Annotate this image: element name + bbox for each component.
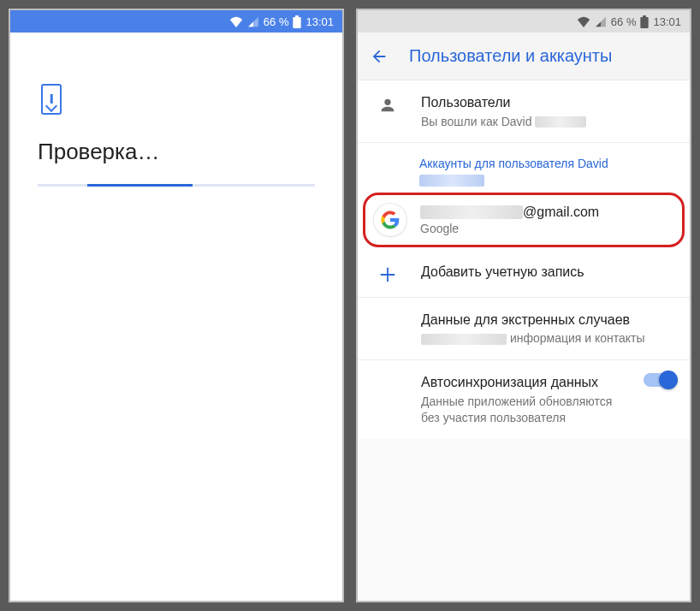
verify-title: Проверка…	[38, 139, 315, 165]
device-download-icon	[41, 84, 62, 115]
cellular-icon	[247, 16, 259, 27]
wifi-icon	[229, 16, 243, 27]
users-title: Пользователи	[421, 93, 676, 112]
autosync-title: Автосинхронизация данных	[421, 373, 613, 392]
battery-percent: 66 %	[264, 15, 289, 28]
person-icon	[373, 93, 402, 115]
back-arrow-icon[interactable]	[370, 47, 389, 66]
add-account-row[interactable]: Добавить учетную запись	[358, 250, 690, 298]
clock: 13:01	[306, 15, 334, 28]
redacted-email-local	[420, 205, 523, 219]
settings-list: Пользователи Вы вошли как David Аккаунты…	[358, 80, 690, 601]
users-subtitle: Вы вошли как David	[421, 114, 676, 130]
redacted-name	[535, 116, 586, 128]
add-account-label: Добавить учетную запись	[421, 263, 676, 282]
spacer-icon	[373, 373, 402, 376]
spacer-icon	[373, 311, 402, 313]
redacted-text	[421, 334, 507, 345]
users-row[interactable]: Пользователи Вы вошли как David	[358, 80, 690, 143]
account-row-highlight: @gmail.com Google	[358, 190, 690, 250]
progress-indicator	[87, 184, 193, 187]
battery-icon	[640, 15, 649, 28]
status-bar: 66 % 13:01	[10, 10, 342, 33]
phone-left: 66 % 13:01 Проверка…	[9, 9, 344, 602]
account-provider: Google	[420, 222, 672, 235]
clock: 13:01	[653, 15, 681, 28]
wifi-icon	[577, 16, 590, 27]
autosync-subtitle: Данные приложений обновляются без участи…	[421, 394, 613, 426]
google-account-row[interactable]: @gmail.com Google	[363, 193, 685, 247]
emergency-subtitle: информация и контакты	[421, 330, 676, 347]
autosync-row[interactable]: Автосинхронизация данных Данные приложен…	[358, 360, 690, 438]
autosync-toggle[interactable]	[644, 373, 676, 387]
emergency-row[interactable]: Данные для экстренных случаев информация…	[358, 298, 690, 360]
google-logo-icon	[374, 204, 406, 236]
app-bar: Пользователи и аккаунты	[358, 33, 690, 80]
redacted-name	[419, 175, 484, 187]
progress-bar	[38, 184, 315, 187]
battery-icon	[293, 15, 301, 28]
account-email: @gmail.com	[420, 205, 672, 220]
emergency-title: Данные для экстренных случаев	[421, 311, 676, 329]
status-bar: 66 % 13:01	[358, 10, 690, 33]
app-bar-title: Пользователи и аккаунты	[409, 46, 612, 66]
phone-right: 66 % 13:01 Пользователи и аккаунты Польз…	[356, 9, 691, 602]
battery-percent: 66 %	[611, 15, 637, 28]
verify-screen: Проверка…	[10, 33, 342, 187]
accounts-section-header: Аккаунты для пользователя David	[358, 143, 690, 189]
cellular-icon	[595, 16, 607, 27]
plus-icon	[373, 263, 402, 284]
